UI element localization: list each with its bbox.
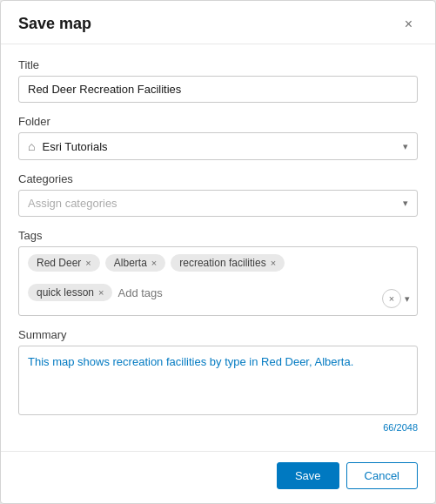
tag-quick-lesson-text: quick lesson	[37, 286, 94, 299]
tags-group: Tags Red Deer × Alberta × recreation fac…	[18, 229, 418, 316]
save-map-dialog: Save map × Title Folder ⌂ Esri Tutorials…	[0, 0, 436, 504]
tag-recreation-facilities-remove[interactable]: ×	[271, 259, 276, 268]
tag-recreation-facilities-text: recreation facilities	[179, 257, 265, 269]
folder-dropdown[interactable]: ⌂ Esri Tutorials ▾	[18, 132, 418, 160]
folder-icon: ⌂	[28, 139, 35, 153]
title-input[interactable]	[18, 76, 418, 103]
cancel-button[interactable]: Cancel	[346, 462, 418, 489]
folder-chevron-icon: ▾	[403, 141, 408, 152]
tag-red-deer-text: Red Deer	[37, 257, 81, 269]
tags-clear-button[interactable]: ×	[382, 289, 401, 308]
tags-row-2: quick lesson ×	[28, 284, 408, 301]
tags-label: Tags	[18, 229, 418, 242]
tag-alberta-text: Alberta	[114, 257, 147, 269]
tags-controls: × ▾	[382, 289, 410, 308]
dialog-footer: Save Cancel	[1, 451, 435, 503]
tag-quick-lesson: quick lesson ×	[28, 284, 112, 301]
folder-group: Folder ⌂ Esri Tutorials ▾	[18, 115, 418, 160]
tag-alberta: Alberta ×	[105, 254, 165, 272]
categories-chevron-icon: ▾	[403, 198, 408, 209]
dialog-body: Title Folder ⌂ Esri Tutorials ▾ Categori…	[1, 44, 435, 451]
summary-group: Summary 66/2048	[18, 328, 418, 433]
tag-red-deer: Red Deer ×	[28, 254, 100, 272]
tags-chevron-button[interactable]: ▾	[405, 293, 410, 305]
summary-label: Summary	[18, 328, 418, 341]
tag-quick-lesson-remove[interactable]: ×	[98, 288, 104, 298]
tag-recreation-facilities: recreation facilities ×	[171, 254, 285, 272]
tag-alberta-remove[interactable]: ×	[151, 259, 157, 268]
folder-label: Folder	[18, 115, 418, 128]
categories-placeholder: Assign categories	[28, 197, 403, 210]
dialog-header: Save map ×	[1, 1, 435, 44]
categories-label: Categories	[18, 172, 418, 185]
close-button[interactable]: ×	[399, 16, 418, 33]
categories-dropdown[interactable]: Assign categories ▾	[18, 190, 418, 217]
summary-counter: 66/2048	[18, 422, 418, 433]
folder-value: Esri Tutorials	[42, 140, 403, 153]
title-label: Title	[18, 58, 418, 71]
add-tags-input[interactable]	[117, 286, 408, 299]
title-group: Title	[18, 58, 418, 103]
tags-container: Red Deer × Alberta × recreation faciliti…	[18, 246, 418, 316]
tags-row-1: Red Deer × Alberta × recreation faciliti…	[28, 254, 408, 272]
dialog-title: Save map	[18, 15, 91, 33]
summary-textarea[interactable]	[18, 346, 418, 415]
categories-group: Categories Assign categories ▾	[18, 172, 418, 217]
tag-red-deer-remove[interactable]: ×	[85, 259, 91, 268]
save-button[interactable]: Save	[277, 462, 339, 489]
